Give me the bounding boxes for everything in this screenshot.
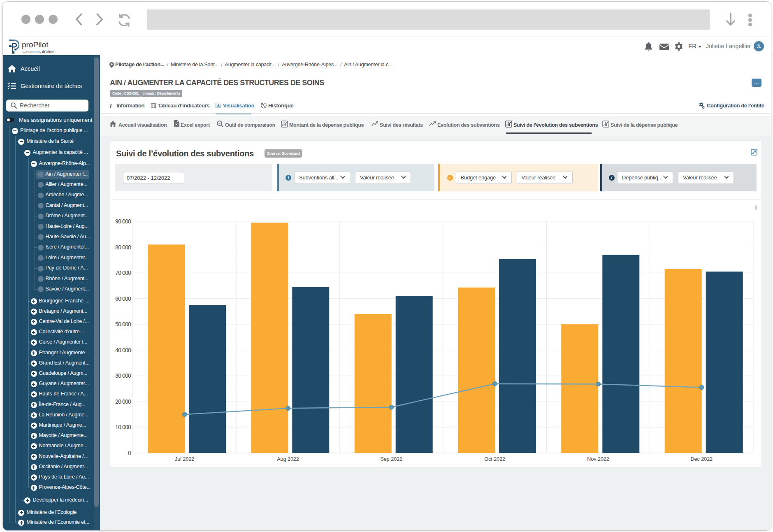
svg-text:90 000: 90 000 bbox=[115, 218, 131, 225]
svg-text:50 000: 50 000 bbox=[115, 321, 131, 328]
svg-text:20 000: 20 000 bbox=[115, 398, 131, 405]
svg-text:Nov 2022: Nov 2022 bbox=[587, 456, 609, 462]
svg-text:80 000: 80 000 bbox=[115, 244, 131, 251]
svg-text:Dec 2022: Dec 2022 bbox=[691, 456, 713, 462]
svg-text:70 000: 70 000 bbox=[115, 269, 131, 276]
svg-text:30 000: 30 000 bbox=[115, 372, 131, 379]
svg-text:0: 0 bbox=[128, 450, 131, 456]
svg-text:10 000: 10 000 bbox=[115, 424, 131, 430]
svg-text:40 000: 40 000 bbox=[115, 347, 131, 353]
svg-text:60 000: 60 000 bbox=[115, 295, 131, 302]
svg-text:Aug 2022: Aug 2022 bbox=[277, 456, 299, 462]
svg-text:Oct 2022: Oct 2022 bbox=[484, 456, 505, 462]
svg-text:Sep 2022: Sep 2022 bbox=[381, 456, 403, 462]
svg-text:Jul 2022: Jul 2022 bbox=[175, 456, 194, 462]
